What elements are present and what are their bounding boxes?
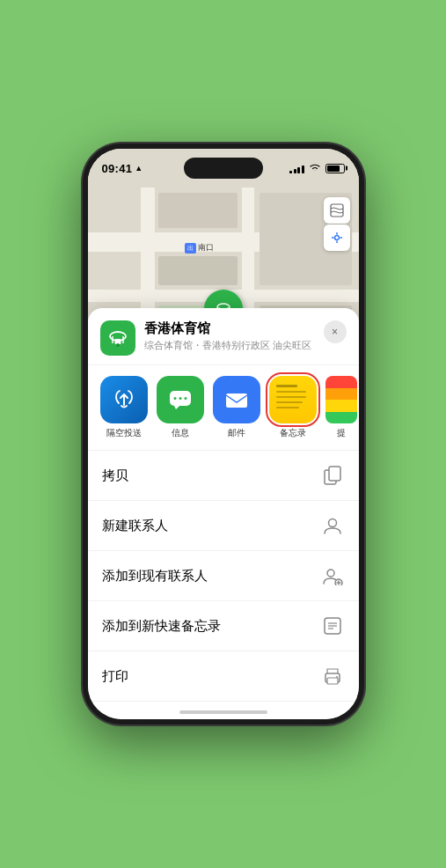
notes-icon [269,376,317,423]
signal-bar-4 [302,166,304,173]
location-button[interactable] [324,224,350,251]
phone-frame: 09:41 ▲ [83,143,364,725]
battery-fill [327,166,340,172]
map-type-button[interactable] [324,197,350,224]
south-gate-label: 出 南口 [185,242,214,254]
new-contact-icon [320,513,345,538]
venue-logo [100,320,135,356]
action-add-contact-label: 添加到现有联系人 [102,568,208,585]
more-icon-red [325,376,357,388]
airdrop-label: 隔空投送 [106,427,142,439]
svg-point-24 [328,519,336,527]
notes-line-5 [276,407,300,409]
svg-rect-6 [331,204,343,217]
svg-rect-34 [327,678,338,684]
svg-rect-23 [329,467,340,481]
battery-icon [325,164,345,173]
bottom-sheet: 香港体育馆 综合体育馆・香港特别行政区 油尖旺区 × [88,308,359,719]
notes-icon-wrapper [269,376,317,423]
notes-line-4 [276,401,303,404]
location-icon: ▲ [135,164,143,173]
more-icon-orange [325,388,357,401]
status-icons [289,162,345,174]
message-label: 信息 [172,427,189,439]
notes-highlight-border [269,376,317,423]
venue-subtitle: 综合体育馆・香港特别行政区 油尖旺区 [144,339,324,352]
home-indicator [179,710,267,714]
notes-lines [269,376,317,423]
map-block-2 [158,256,238,285]
action-copy[interactable]: 拷贝 [88,451,359,501]
mail-icon [213,376,260,423]
more-label: 提 [337,427,346,439]
svg-point-35 [336,676,338,678]
action-print[interactable]: 打印 [88,651,359,702]
more-icon-green [325,412,357,424]
south-gate-text: 南口 [198,242,214,254]
notes-label: 备忘录 [280,427,306,439]
share-item-airdrop[interactable]: 隔空投送 [100,376,148,439]
more-icon-yellow [325,400,357,412]
dynamic-island [184,158,263,179]
svg-point-7 [334,236,339,240]
close-button[interactable]: × [324,320,347,343]
notes-line-1 [276,385,298,387]
action-print-label: 打印 [102,668,128,685]
share-item-more[interactable]: 提 [325,376,357,439]
svg-point-19 [179,397,181,400]
action-quick-note-label: 添加到新快速备忘录 [102,618,221,635]
airdrop-icon [100,376,148,423]
action-new-contact[interactable]: 新建联系人 [88,501,359,551]
venue-header: 香港体育馆 综合体育馆・香港特别行政区 油尖旺区 × [88,308,359,365]
action-new-contact-label: 新建联系人 [102,518,168,534]
notes-line-2 [276,391,306,394]
action-quick-note[interactable]: 添加到新快速备忘录 [88,601,359,651]
quick-note-icon [320,614,345,638]
svg-point-25 [327,570,334,577]
svg-point-18 [173,397,176,400]
venue-info: 香港体育馆 综合体育馆・香港特别行政区 油尖旺区 [144,320,324,352]
phone-screen: 09:41 ▲ [88,149,359,719]
map-controls [324,197,350,251]
svg-point-20 [184,397,186,400]
more-icon [325,376,357,423]
share-item-notes[interactable]: 备忘录 [269,376,317,439]
south-gate-badge: 出 [185,243,196,254]
map-block-1 [158,193,238,228]
message-icon [157,376,204,423]
signal-bar-3 [297,167,300,173]
notes-line-3 [276,396,306,399]
action-add-contact[interactable]: 添加到现有联系人 [88,551,359,601]
svg-point-16 [116,343,120,347]
share-item-message[interactable]: 信息 [157,376,204,439]
share-item-mail[interactable]: 邮件 [213,376,260,439]
venue-name: 香港体育馆 [144,320,324,337]
action-copy-label: 拷贝 [102,467,128,484]
status-time: 09:41 [102,162,133,175]
add-contact-icon [320,563,345,588]
print-icon [320,664,345,688]
mail-label: 邮件 [228,427,245,439]
svg-rect-21 [226,394,247,408]
signal-bars [289,164,304,173]
signal-bar-1 [289,171,292,173]
share-row: 隔空投送 信息 [88,365,359,451]
wifi-icon [309,162,321,174]
copy-icon [320,463,345,488]
signal-bar-2 [294,169,296,173]
